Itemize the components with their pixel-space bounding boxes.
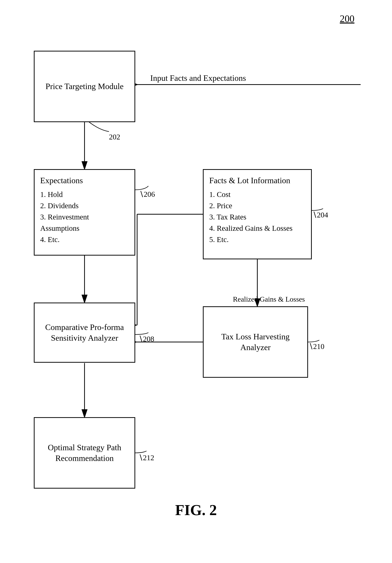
facts-lot-title: Facts & Lot Information (209, 175, 305, 186)
ref-202: 202 (109, 132, 120, 141)
expectations-box: Expectations 1. Hold 2. Dividends 3. Rei… (34, 169, 135, 256)
facts-item-1: 1. Cost (209, 189, 305, 200)
page: 200 (0, 0, 392, 563)
optimal-box: Optimal Strategy Path Recommendation (34, 417, 135, 489)
expectations-item-3: 3. Reinvestment Assumptions (40, 211, 129, 234)
price-targeting-module-box: Price Targeting Module (34, 51, 135, 122)
fig-caption: FIG. 2 (19, 501, 373, 519)
comparative-label: Comparative Pro-forma Sensitivity Analyz… (39, 322, 130, 343)
ref-204: ∖204 (312, 210, 328, 219)
expectations-list: 1. Hold 2. Dividends 3. Reinvestment Ass… (40, 189, 129, 245)
expectations-item-4: 4. Etc. (40, 234, 129, 245)
facts-lot-box: Facts & Lot Information 1. Cost 2. Price… (203, 169, 312, 259)
expectations-title: Expectations (40, 175, 129, 186)
figure-number: 200 (340, 13, 354, 24)
expectations-item-1: 1. Hold (40, 189, 129, 200)
tax-loss-label: Tax Loss Harvesting Analyzer (208, 331, 303, 353)
comparative-box: Comparative Pro-forma Sensitivity Analyz… (34, 303, 135, 363)
tax-loss-box: Tax Loss Harvesting Analyzer (203, 306, 308, 378)
realized-gains-label: Realized Gains & Losses (233, 295, 305, 303)
ref-210: ∖210 (308, 342, 324, 351)
ref-206: ∖206 (139, 190, 155, 199)
price-targeting-module-label: Price Targeting Module (45, 81, 124, 92)
facts-item-2: 2. Price (209, 200, 305, 211)
facts-lot-list: 1. Cost 2. Price 3. Tax Rates 4. Realize… (209, 189, 305, 245)
diagram: Price Targeting Module 202 Input Facts a… (19, 26, 373, 534)
input-facts-label: Input Facts and Expectations (150, 73, 246, 83)
facts-item-4: 4. Realized Gains & Losses (209, 223, 305, 234)
optimal-label: Optimal Strategy Path Recommendation (39, 442, 130, 464)
ref-208: ∖208 (138, 334, 154, 343)
facts-item-5: 5. Etc. (209, 234, 305, 245)
facts-item-3: 3. Tax Rates (209, 211, 305, 223)
expectations-item-2: 2. Dividends (40, 200, 129, 211)
ref-212: ∖212 (138, 453, 154, 462)
